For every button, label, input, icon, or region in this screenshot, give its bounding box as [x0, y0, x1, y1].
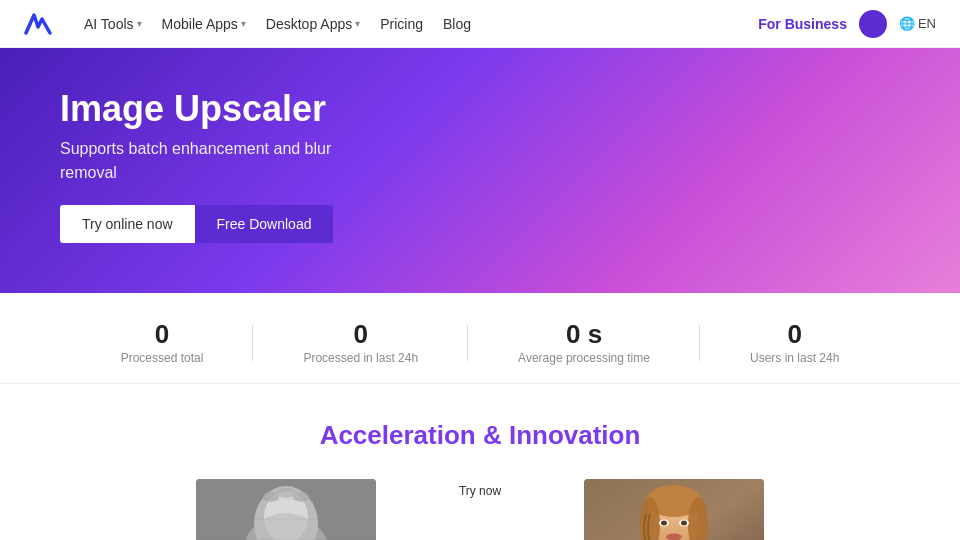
features-title-plain: Acceleration & — [320, 420, 509, 450]
bw-portrait-svg — [196, 479, 376, 540]
globe-icon: 🌐 — [899, 16, 915, 31]
center-area: Try now — [380, 479, 580, 503]
chevron-down-icon: ▾ — [241, 18, 246, 29]
color-image — [584, 479, 764, 540]
stats-bar: 0 Processed total 0 Processed in last 24… — [0, 293, 960, 384]
stat-value-users-24h: 0 — [787, 321, 801, 347]
features-title-accent: Innovation — [509, 420, 640, 450]
navbar: AI Tools ▾ Mobile Apps ▾ Desktop Apps ▾ … — [0, 0, 960, 48]
try-online-button[interactable]: Try online now — [60, 205, 195, 243]
nav-left: AI Tools ▾ Mobile Apps ▾ Desktop Apps ▾ … — [24, 12, 479, 36]
chevron-down-icon: ▾ — [137, 18, 142, 29]
stat-avg-processing: 0 s Average processing time — [468, 321, 700, 365]
features-title: Acceleration & Innovation — [24, 420, 936, 451]
nav-item-ai-tools[interactable]: AI Tools ▾ — [76, 12, 150, 36]
bw-image — [196, 479, 376, 540]
nav-links: AI Tools ▾ Mobile Apps ▾ Desktop Apps ▾ … — [76, 12, 479, 36]
for-business-button[interactable]: For Business — [758, 16, 847, 32]
image-card-color — [584, 479, 764, 540]
stat-label-processed-total: Processed total — [121, 351, 204, 365]
hero-subtitle: Supports batch enhancement and blur remo… — [60, 137, 380, 185]
stat-value-avg-processing: 0 s — [566, 321, 602, 347]
try-now-button[interactable]: Try now — [443, 479, 517, 503]
hero-section: Image Upscaler Supports batch enhancemen… — [0, 48, 960, 293]
nav-item-desktop-apps[interactable]: Desktop Apps ▾ — [258, 12, 368, 36]
stat-label-processed-24h: Processed in last 24h — [303, 351, 418, 365]
image-card-bw — [196, 479, 376, 540]
stat-processed-total: 0 Processed total — [71, 321, 254, 365]
hero-title: Image Upscaler — [60, 88, 326, 129]
image-grid: Try now — [24, 479, 936, 540]
stat-label-avg-processing: Average processing time — [518, 351, 650, 365]
svg-point-24 — [681, 521, 687, 526]
features-section: Acceleration & Innovation — [0, 384, 960, 540]
stat-label-users-24h: Users in last 24h — [750, 351, 839, 365]
logo-icon — [24, 13, 52, 35]
nav-item-blog[interactable]: Blog — [435, 12, 479, 36]
stat-processed-24h: 0 Processed in last 24h — [253, 321, 468, 365]
nav-item-mobile-apps[interactable]: Mobile Apps ▾ — [154, 12, 254, 36]
color-portrait-svg — [584, 479, 764, 540]
stat-value-processed-total: 0 — [155, 321, 169, 347]
free-download-button[interactable]: Free Download — [195, 205, 334, 243]
stat-users-24h: 0 Users in last 24h — [700, 321, 889, 365]
language-button[interactable]: 🌐 EN — [899, 16, 936, 31]
svg-point-6 — [276, 488, 296, 498]
hero-buttons: Try online now Free Download — [60, 205, 333, 243]
svg-point-23 — [661, 521, 667, 526]
nav-item-pricing[interactable]: Pricing — [372, 12, 431, 36]
avatar[interactable] — [859, 10, 887, 38]
nav-right: For Business 🌐 EN — [758, 10, 936, 38]
chevron-down-icon: ▾ — [355, 18, 360, 29]
stat-value-processed-24h: 0 — [354, 321, 368, 347]
logo[interactable] — [24, 13, 52, 35]
svg-point-7 — [293, 492, 309, 502]
